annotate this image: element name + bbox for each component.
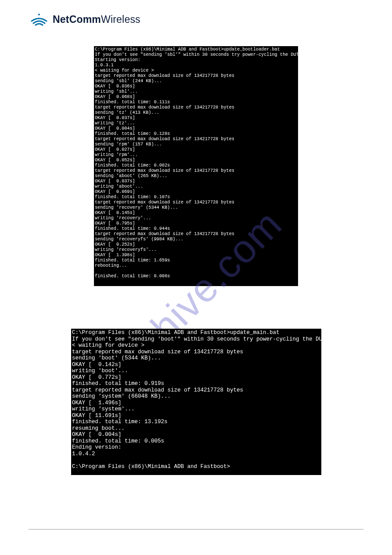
svg-point-0: [38, 14, 40, 15]
brand-name-light: Wireless: [101, 14, 140, 25]
brand-name-bold: NetComm: [53, 14, 101, 25]
terminal-output-main: C:\Program Files (x86)\Minimal ADB and F…: [71, 329, 321, 475]
wifi-icon: [30, 11, 48, 27]
terminal-output-bootloader: C:\Program Files (x86)\Minimal ADB and F…: [94, 46, 298, 286]
footer-divider: [29, 529, 363, 530]
brand-logo: NetCommWireless: [30, 11, 140, 27]
document-page: NetCommWireless C:\Program Files (x86)\M…: [0, 0, 392, 555]
brand-name: NetCommWireless: [53, 14, 140, 25]
